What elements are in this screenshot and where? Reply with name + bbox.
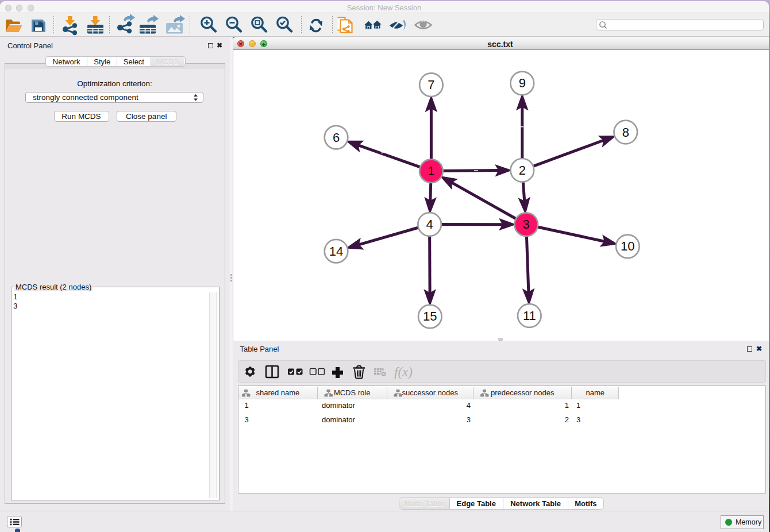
- svg-text:4: 4: [426, 217, 433, 232]
- svg-text:9: 9: [519, 76, 526, 90]
- svg-text:6: 6: [333, 130, 340, 144]
- svg-text:f(x): f(x): [394, 365, 413, 379]
- svg-text:8: 8: [622, 125, 629, 139]
- svg-text:2: 2: [519, 163, 526, 177]
- svg-text:3: 3: [523, 217, 530, 232]
- svg-text:15: 15: [423, 309, 437, 323]
- svg-text:14: 14: [329, 244, 343, 258]
- svg-text:11: 11: [523, 309, 536, 323]
- svg-text:7: 7: [428, 78, 434, 92]
- svg-text:10: 10: [621, 239, 634, 253]
- svg-text:1: 1: [428, 164, 434, 178]
